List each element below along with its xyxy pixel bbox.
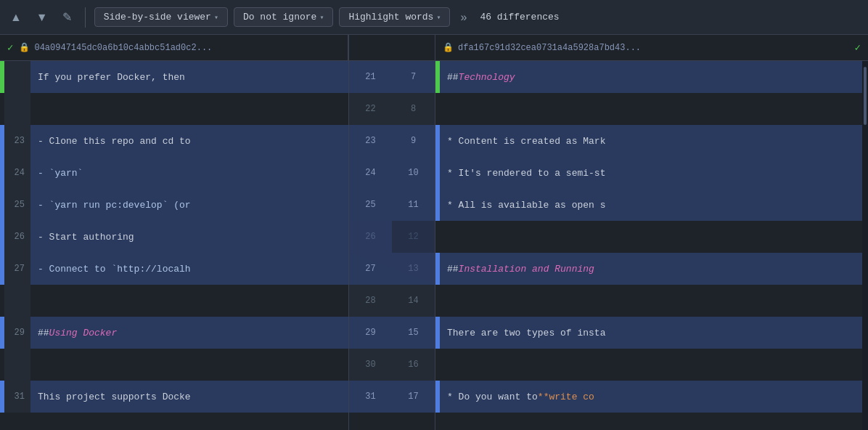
center-row: 3016 bbox=[349, 349, 435, 381]
viewer-label: Side-by-side viewer bbox=[104, 12, 211, 23]
left-code: ## Using Docker bbox=[30, 317, 348, 349]
check-icon-left: ✓ bbox=[7, 41, 13, 54]
right-row bbox=[435, 285, 862, 317]
center-right-num: 10 bbox=[392, 157, 435, 189]
left-row bbox=[0, 285, 348, 317]
center-right-num: 7 bbox=[392, 61, 435, 93]
center-row: 3117 bbox=[349, 381, 435, 413]
viewer-dropdown[interactable]: Side-by-side viewer ▾ bbox=[94, 7, 228, 27]
file-name-left: 04a0947145dc0a6b10c4abbc51ad0c2... bbox=[34, 43, 212, 53]
center-right-num: 15 bbox=[392, 317, 435, 349]
diff-count: 46 differences bbox=[480, 12, 559, 23]
center-row: 2410 bbox=[349, 157, 435, 189]
left-code: If you prefer Docker, then bbox=[30, 61, 348, 93]
file-header-right: 🔒 dfa167c91d32cea0731a4a5928a7bd43... ✓ bbox=[435, 35, 868, 60]
lock-icon-left: 🔒 bbox=[19, 42, 30, 53]
right-row: ## Installation and Running bbox=[435, 253, 862, 285]
left-row: 24- `yarn` bbox=[0, 157, 348, 189]
toolbar: ▲ ▼ ✎ Side-by-side viewer ▾ Do not ignor… bbox=[0, 0, 868, 35]
right-code: ## Technology bbox=[440, 61, 862, 93]
left-row: 23- Clone this repo and cd to bbox=[0, 125, 348, 157]
center-left-num: 26 bbox=[349, 221, 392, 253]
center-right-num: 9 bbox=[392, 125, 435, 157]
right-code bbox=[440, 221, 862, 253]
left-code: - `yarn` bbox=[30, 157, 348, 189]
right-row: * It's rendered to a semi-st bbox=[435, 157, 862, 189]
scrollbar[interactable] bbox=[862, 61, 868, 430]
left-line-num bbox=[4, 93, 30, 125]
left-code: - Clone this repo and cd to bbox=[30, 125, 348, 157]
divider bbox=[85, 7, 86, 28]
center-left-num: 31 bbox=[349, 381, 392, 413]
left-row bbox=[0, 93, 348, 125]
left-line-num: 25 bbox=[4, 189, 30, 221]
center-row: 2612 bbox=[349, 221, 435, 253]
right-row: * Content is created as Mark bbox=[435, 125, 862, 157]
center-row: 2915 bbox=[349, 317, 435, 349]
ignore-chevron: ▾ bbox=[319, 13, 324, 22]
center-left-num: 29 bbox=[349, 317, 392, 349]
right-row: * All is available as open s bbox=[435, 189, 862, 221]
center-right-num: 11 bbox=[392, 189, 435, 221]
center-left-num: 21 bbox=[349, 61, 392, 93]
center-left-num: 30 bbox=[349, 349, 392, 381]
right-code bbox=[440, 349, 862, 381]
left-line-num bbox=[4, 349, 30, 381]
highlight-dropdown[interactable]: Highlight words ▾ bbox=[339, 7, 450, 27]
file-header-left: ✓ 🔒 04a0947145dc0a6b10c4abbc51ad0c2... bbox=[0, 35, 348, 60]
left-row: 31This project supports Docke bbox=[0, 381, 348, 413]
center-left-num: 27 bbox=[349, 253, 392, 285]
center-panel: 2172282392410251126122713281429153016311… bbox=[348, 61, 435, 430]
center-right-num: 12 bbox=[392, 221, 435, 253]
ignore-label: Do not ignore bbox=[243, 12, 316, 23]
left-line-num: 31 bbox=[4, 381, 30, 413]
edit-button[interactable]: ✎ bbox=[58, 7, 76, 27]
right-code: * It's rendered to a semi-st bbox=[440, 157, 862, 189]
left-row: 29## Using Docker bbox=[0, 317, 348, 349]
right-code: There are two types of insta bbox=[440, 317, 862, 349]
right-panel: ## Technology* Content is created as Mar… bbox=[435, 61, 868, 430]
right-code: * Content is created as Mark bbox=[440, 125, 862, 157]
highlight-label: Highlight words bbox=[348, 12, 433, 23]
left-code bbox=[30, 93, 348, 125]
file-name-right: dfa167c91d32cea0731a4a5928a7bd43... bbox=[458, 43, 641, 53]
diff-main: If you prefer Docker, then23- Clone this… bbox=[0, 61, 868, 430]
center-left-num: 25 bbox=[349, 189, 392, 221]
left-code: - `yarn run pc:develop` (or bbox=[30, 189, 348, 221]
center-row: 239 bbox=[349, 125, 435, 157]
center-header bbox=[348, 35, 435, 60]
left-code bbox=[30, 285, 348, 317]
left-line-num: 26 bbox=[4, 221, 30, 253]
left-line-num: 29 bbox=[4, 317, 30, 349]
scrollbar-thumb bbox=[864, 67, 867, 125]
center-row: 2814 bbox=[349, 285, 435, 317]
left-code: - Connect to `http://localh bbox=[30, 253, 348, 285]
left-line-num: 27 bbox=[4, 253, 30, 285]
right-row: ## Technology bbox=[435, 61, 862, 93]
ignore-dropdown[interactable]: Do not ignore ▾ bbox=[234, 7, 333, 27]
left-line-num: 23 bbox=[4, 125, 30, 157]
center-right-num: 14 bbox=[392, 285, 435, 317]
center-left-num: 24 bbox=[349, 157, 392, 189]
center-row: 2511 bbox=[349, 189, 435, 221]
left-row: 25- `yarn run pc:develop` (or bbox=[0, 189, 348, 221]
more-button[interactable]: » bbox=[456, 8, 471, 27]
right-code bbox=[440, 285, 862, 317]
center-left-num: 28 bbox=[349, 285, 392, 317]
file-headers: ✓ 🔒 04a0947145dc0a6b10c4abbc51ad0c2... 🔒… bbox=[0, 35, 868, 61]
left-row: 27- Connect to `http://localh bbox=[0, 253, 348, 285]
center-right-num: 16 bbox=[392, 349, 435, 381]
left-row: If you prefer Docker, then bbox=[0, 61, 348, 93]
right-row bbox=[435, 93, 862, 125]
scroll-down-button[interactable]: ▼ bbox=[32, 8, 52, 27]
right-row: * Do you want to **write co bbox=[435, 381, 862, 413]
left-code: This project supports Docke bbox=[30, 381, 348, 413]
center-left-num: 23 bbox=[349, 125, 392, 157]
lock-icon-right: 🔒 bbox=[443, 42, 454, 53]
scroll-up-button[interactable]: ▲ bbox=[6, 8, 26, 27]
left-code bbox=[30, 349, 348, 381]
highlight-chevron: ▾ bbox=[436, 13, 441, 22]
center-row: 228 bbox=[349, 93, 435, 125]
right-row bbox=[435, 221, 862, 253]
center-left-num: 22 bbox=[349, 93, 392, 125]
